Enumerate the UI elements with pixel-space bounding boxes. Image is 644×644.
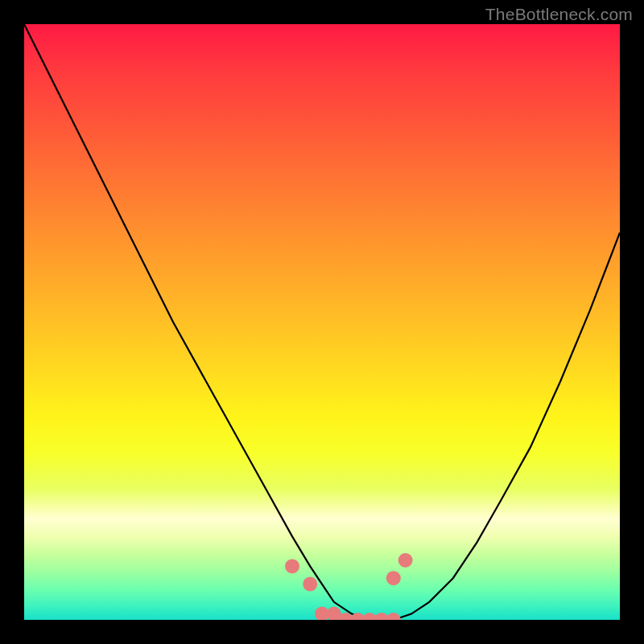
plot-area — [24, 24, 620, 620]
curve-marker — [285, 559, 299, 573]
curve-marker — [398, 553, 413, 568]
curve-marker — [386, 613, 401, 620]
curve-marker — [303, 577, 317, 592]
chart-frame: TheBottleneck.com — [0, 0, 644, 644]
curve-marker — [386, 571, 401, 585]
bottleneck-curve — [24, 24, 620, 620]
watermark-text: TheBottleneck.com — [485, 5, 633, 24]
